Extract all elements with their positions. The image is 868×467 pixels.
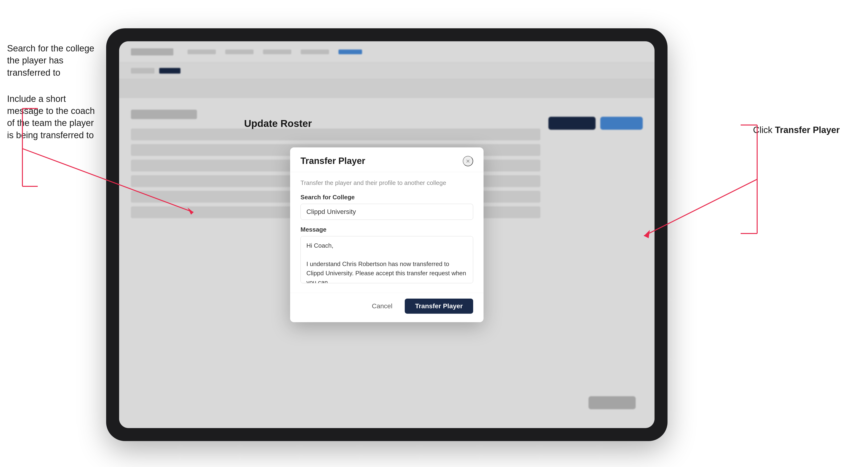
tablet-screen: Update Roster Transfer Player × Transfer… [119, 41, 654, 428]
message-label: Message [301, 226, 473, 233]
transfer-player-modal: Transfer Player × Transfer the player an… [290, 148, 484, 322]
annotation-click-text: Click Transfer Player [753, 125, 840, 135]
message-textarea[interactable]: Hi Coach, I understand Chris Robertson h… [301, 236, 473, 283]
modal-description: Transfer the player and their profile to… [301, 179, 473, 187]
annotation-search-text: Search for the college the player has tr… [7, 42, 99, 79]
annotation-left: Search for the college the player has tr… [7, 42, 99, 155]
modal-body: Transfer the player and their profile to… [290, 172, 484, 293]
annotation-message-text: Include a short message to the coach of … [7, 93, 99, 141]
modal-close-button[interactable]: × [463, 156, 473, 166]
modal-overlay: Transfer Player × Transfer the player an… [119, 41, 654, 428]
annotation-right: Click Transfer Player [753, 125, 840, 135]
cancel-button[interactable]: Cancel [366, 299, 398, 313]
search-college-label: Search for College [301, 194, 473, 201]
transfer-player-button[interactable]: Transfer Player [405, 299, 473, 314]
modal-title: Transfer Player [301, 156, 365, 166]
search-college-input[interactable] [301, 204, 473, 220]
modal-header: Transfer Player × [290, 148, 484, 172]
tablet-frame: Update Roster Transfer Player × Transfer… [106, 28, 668, 441]
modal-footer: Cancel Transfer Player [290, 293, 484, 322]
